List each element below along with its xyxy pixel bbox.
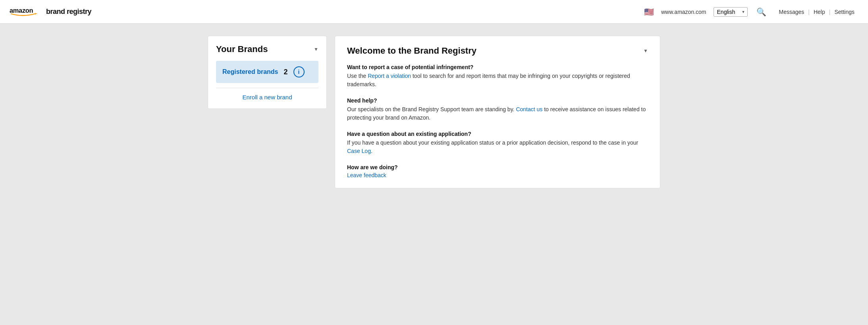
header: amazon brand registry 🇺🇸 www.amazon.com … bbox=[0, 0, 868, 24]
svg-marker-1 bbox=[35, 13, 37, 15]
search-button[interactable]: 🔍 bbox=[755, 7, 768, 17]
your-brands-panel: Your Brands ▼ Registered brands 2 i Enro… bbox=[208, 36, 327, 109]
infringement-text-before: Use the bbox=[347, 73, 368, 79]
header-left: amazon brand registry bbox=[10, 5, 91, 19]
help-heading: Need help? bbox=[347, 97, 648, 104]
registered-brands-card[interactable]: Registered brands 2 i bbox=[216, 61, 318, 83]
flag-icon: 🇺🇸 bbox=[644, 7, 654, 17]
site-url: www.amazon.com bbox=[661, 9, 706, 15]
leave-feedback-link[interactable]: Leave feedback bbox=[347, 172, 386, 178]
welcome-panel-header: Welcome to the Brand Registry ▼ bbox=[347, 46, 648, 56]
your-brands-collapse-icon[interactable]: ▼ bbox=[314, 46, 318, 52]
feedback-section: How are we doing? Leave feedback bbox=[347, 164, 648, 178]
infringement-heading: Want to report a case of potential infri… bbox=[347, 64, 648, 70]
nav-help[interactable]: Help bbox=[810, 9, 829, 15]
nav-messages[interactable]: Messages bbox=[775, 9, 808, 15]
header-right: 🇺🇸 www.amazon.com English Español França… bbox=[644, 7, 858, 17]
application-heading: Have a question about an existing applic… bbox=[347, 131, 648, 137]
panel-divider bbox=[216, 88, 318, 88]
your-brands-header: Your Brands ▼ bbox=[216, 44, 318, 54]
nav-settings[interactable]: Settings bbox=[830, 9, 858, 15]
amazon-logo: amazon brand registry bbox=[10, 5, 91, 19]
language-selector[interactable]: English Español Français Deutsch 日本語 中文 bbox=[714, 7, 748, 17]
brand-registry-logo-text: brand registry bbox=[46, 8, 91, 16]
help-section: Need help? Our specialists on the Brand … bbox=[347, 97, 648, 122]
amazon-logo-svg: amazon bbox=[10, 5, 45, 16]
welcome-panel-collapse-icon[interactable]: ▼ bbox=[643, 48, 648, 54]
feedback-heading: How are we doing? bbox=[347, 164, 648, 170]
amazon-logo-text: amazon bbox=[10, 5, 45, 19]
infringement-section: Want to report a case of potential infri… bbox=[347, 64, 648, 89]
case-log-link[interactable]: Case Log bbox=[347, 148, 371, 154]
application-text-after: . bbox=[371, 148, 372, 154]
main-content: Your Brands ▼ Registered brands 2 i Enro… bbox=[196, 24, 672, 200]
your-brands-title: Your Brands bbox=[216, 44, 268, 54]
contact-us-link[interactable]: Contact us bbox=[516, 106, 542, 112]
welcome-panel-title: Welcome to the Brand Registry bbox=[347, 46, 476, 56]
enroll-new-brand-link[interactable]: Enroll a new brand bbox=[216, 94, 318, 101]
infringement-text: Use the Report a violation tool to searc… bbox=[347, 72, 648, 89]
registered-brands-label: Registered brands bbox=[222, 68, 278, 75]
help-text-before: Our specialists on the Brand Registry Su… bbox=[347, 106, 516, 112]
registered-brands-left: Registered brands bbox=[222, 68, 278, 75]
nav-links: Messages | Help | Settings bbox=[775, 9, 858, 15]
svg-text:amazon: amazon bbox=[10, 6, 33, 14]
welcome-panel: Welcome to the Brand Registry ▼ Want to … bbox=[335, 36, 660, 188]
application-text: If you have a question about your existi… bbox=[347, 139, 648, 155]
report-violation-link[interactable]: Report a violation bbox=[368, 73, 411, 79]
registered-brands-info-icon[interactable]: i bbox=[293, 66, 305, 77]
registered-brands-count: 2 bbox=[284, 68, 287, 76]
application-text-before: If you have a question about your existi… bbox=[347, 139, 638, 146]
help-text: Our specialists on the Brand Registry Su… bbox=[347, 105, 648, 122]
application-section: Have a question about an existing applic… bbox=[347, 131, 648, 155]
language-select[interactable]: English Español Français Deutsch 日本語 中文 bbox=[714, 7, 748, 17]
registered-brands-info: Registered brands 2 i bbox=[222, 66, 312, 77]
